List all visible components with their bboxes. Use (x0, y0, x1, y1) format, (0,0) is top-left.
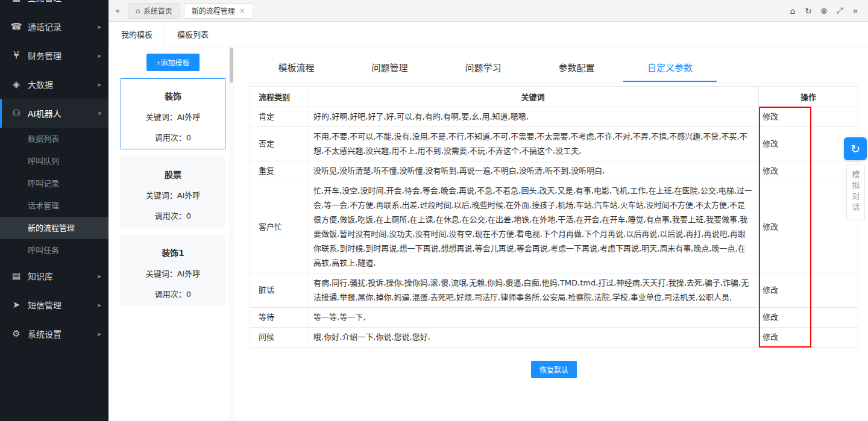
restore-defaults-button[interactable]: 恢复默认 (531, 361, 577, 378)
template-card[interactable]: 装饰 关键词：AI外呼 调用次：0 (121, 78, 225, 149)
template-title: 股票 (121, 157, 225, 180)
chevron-right-icon: ▸ (98, 330, 101, 338)
submenu-item-call-task[interactable]: 呼叫任务 (0, 239, 108, 261)
tab-custom-parameters[interactable]: 自定义参数 (623, 55, 717, 82)
close-all-icon[interactable]: ⊗ (816, 6, 832, 16)
main-area: « ⌂ 系统首页 新的流程管理 × ⌂ ↻ ⊗ ⤢ » 我的模板 模板列表 (108, 0, 868, 421)
template-title: 装饰1 (121, 235, 225, 258)
chevron-right-icon: ▸ (98, 272, 101, 280)
tab-label: 系统首页 (143, 5, 172, 16)
table-row: 重复 没听见,没听清楚,听不懂,没听懂,没有听到,再说一遍,不明白,没听清,听不… (250, 161, 858, 181)
home-icon[interactable]: ⌂ (785, 6, 800, 16)
template-calls: 调用次：0 (121, 131, 225, 143)
tab-my-templates[interactable]: 我的模板 (108, 22, 165, 46)
tab-template-flow[interactable]: 模板流程 (250, 55, 343, 82)
category-cell: 客户忙 (250, 181, 307, 273)
template-keyword: 关键词：AI外呼 (121, 111, 225, 122)
template-keyword: 关键词：AI外呼 (121, 189, 225, 201)
submenu-item-call-queue[interactable]: 呼叫队列 (0, 150, 108, 172)
template-panel: +添加模板 装饰 关键词：AI外呼 调用次：0 股票 关键词：AI外呼 调用次：… (108, 46, 229, 421)
sidebar-item-knowledge-base[interactable]: ▤ 知识库 ▸ (0, 261, 108, 290)
sidebar-item-sms-management[interactable]: ➤ 短信管理 ▸ (0, 290, 108, 319)
chevron-right-icon: ▸ (98, 0, 101, 2)
sidebar-item-system-settings[interactable]: ⚙ 系统设置 ▸ (0, 319, 108, 348)
tab-system-home[interactable]: ⌂ 系统首页 (128, 3, 180, 19)
main-panel: 模板流程 问题管理 问题学习 参数配置 自定义参数 流程类别 关键词 操作 (234, 46, 868, 421)
sidebar-item-agent-management[interactable]: ▦ 坐席管理 ▸ (0, 0, 108, 12)
submenu-item-script-management[interactable]: 话术管理 (0, 195, 108, 217)
robot-icon: ⚇ (10, 108, 23, 119)
chevron-right-icon: ▸ (98, 301, 101, 309)
sidebar-item-label: 大数据 (28, 78, 53, 90)
keywords-cell: 有病,同行,骚扰,投诉,操你,操你妈,滚,傻,流氓,无赖,你妈,傻逼,白痴,他妈… (307, 273, 759, 308)
simulate-dialog-widget: ↻ 模拟对话 (844, 137, 867, 220)
phone-icon: ☎ (10, 21, 23, 32)
category-cell: 问候 (250, 328, 307, 348)
keywords-cell: 哦,你好,介绍一下,你说,您说,您好, (307, 328, 759, 348)
header-actions: 操作 (759, 87, 858, 107)
template-card[interactable]: 装饰1 关键词：AI外呼 调用次：0 (121, 235, 225, 306)
table-row: 客户忙 忙,开车,没空,没时间,开会,待会,等会,晚会,再说,不急,不着急,回头… (250, 181, 858, 273)
simulate-dialog-icon[interactable]: ↻ (844, 137, 867, 160)
gear-icon: ⚙ (10, 328, 23, 339)
chevron-right-icon: ▸ (98, 52, 101, 60)
template-panel-scrollbar[interactable] (229, 46, 234, 421)
template-calls: 调用次：0 (121, 210, 225, 221)
template-card[interactable]: 股票 关键词：AI外呼 调用次：0 (121, 157, 225, 228)
collapse-sidebar-icon[interactable]: « (111, 6, 124, 15)
tab-template-list[interactable]: 模板列表 (165, 22, 221, 46)
table-row: 肯定 好的,好啊,好吧,好了,好,可以,有,有的,有啊,要,幺,用,知道,嗯嗯,… (250, 107, 858, 127)
sidebar-item-label: 财务管理 (28, 49, 61, 61)
book-icon: ▤ (10, 270, 23, 281)
template-title: 装饰 (121, 79, 225, 102)
chevron-right-icon: ▸ (98, 81, 101, 89)
sidebar-item-ai-robot[interactable]: ⚇ AI机器人 ▾ (0, 99, 108, 128)
chevron-down-icon: ▾ (98, 110, 101, 117)
page-tabs: 我的模板 模板列表 (108, 22, 868, 46)
refresh-icon[interactable]: ↻ (800, 6, 816, 16)
sidebar-item-label: 坐席管理 (28, 0, 61, 4)
submenu-item-new-flow-management[interactable]: 新的流程管理 (0, 217, 108, 239)
parameters-table-wrap: 流程类别 关键词 操作 肯定 好的,好啊,好吧,好了,好,可以,有,有的,有啊,… (250, 86, 858, 348)
tab-question-management[interactable]: 问题管理 (343, 55, 436, 82)
sidebar-item-call-records[interactable]: ☎ 通话记录 ▸ (0, 12, 108, 41)
fullscreen-icon[interactable]: ⤢ (832, 5, 848, 16)
modify-link[interactable]: 修改 (759, 273, 858, 308)
sidebar-item-finance[interactable]: ¥ 财务管理 ▸ (0, 41, 108, 70)
template-keyword: 关键词：AI外呼 (121, 267, 225, 279)
category-cell: 等待 (250, 308, 307, 328)
sidebar: ▦ 坐席管理 ▸ ☎ 通话记录 ▸ ¥ 财务管理 ▸ ◈ 大数据 ▸ ⚇ AI机… (0, 0, 108, 421)
keywords-cell: 忙,开车,没空,没时间,开会,待会,等会,晚会,再说,不急,不着急,回头,改天,… (307, 181, 759, 273)
app-root: ▦ 坐席管理 ▸ ☎ 通话记录 ▸ ¥ 财务管理 ▸ ◈ 大数据 ▸ ⚇ AI机… (0, 0, 868, 421)
keywords-cell: 等一等,等一下, (307, 308, 759, 328)
header-flow-category: 流程类别 (250, 87, 307, 107)
header-keywords: 关键词 (307, 87, 759, 107)
tab-parameter-config[interactable]: 参数配置 (530, 55, 623, 82)
modify-link[interactable]: 修改 (759, 127, 858, 161)
close-icon[interactable]: × (239, 7, 245, 15)
add-template-button[interactable]: +添加模板 (146, 54, 199, 71)
template-calls: 调用次：0 (121, 288, 225, 299)
scrollbar-thumb[interactable] (230, 48, 233, 83)
submenu-item-call-log[interactable]: 呼叫记录 (0, 172, 108, 195)
category-cell: 重复 (250, 161, 307, 181)
modify-link[interactable]: 修改 (759, 161, 858, 181)
sidebar-item-label: AI机器人 (28, 107, 61, 119)
tabbar-actions: ⌂ ↻ ⊗ ⤢ » (785, 5, 863, 16)
sidebar-item-label: 短信管理 (28, 299, 61, 311)
simulate-dialog-label[interactable]: 模拟对话 (846, 164, 865, 220)
submenu-item-data-list[interactable]: 数据列表 (0, 128, 108, 150)
home-icon: ⌂ (136, 7, 140, 15)
keywords-cell: 不用,不要,不可以,不能,没有,没用,不是,不行,不知道,不可,不需要,不太需要… (307, 127, 759, 161)
modify-link[interactable]: 修改 (759, 308, 858, 328)
sidebar-item-big-data[interactable]: ◈ 大数据 ▸ (0, 70, 108, 99)
modify-link[interactable]: 修改 (759, 181, 858, 273)
table-row: 问候 哦,你好,介绍一下,你说,您说,您好, 修改 (250, 328, 858, 348)
tab-new-flow-management[interactable]: 新的流程管理 × (184, 3, 253, 19)
table-footer: 恢复默认 (250, 348, 858, 396)
expand-right-icon[interactable]: » (848, 6, 863, 16)
monitor-icon: ▦ (10, 0, 23, 3)
modify-link[interactable]: 修改 (759, 107, 858, 127)
modify-link[interactable]: 修改 (759, 328, 858, 348)
tab-question-learning[interactable]: 问题学习 (436, 55, 530, 82)
